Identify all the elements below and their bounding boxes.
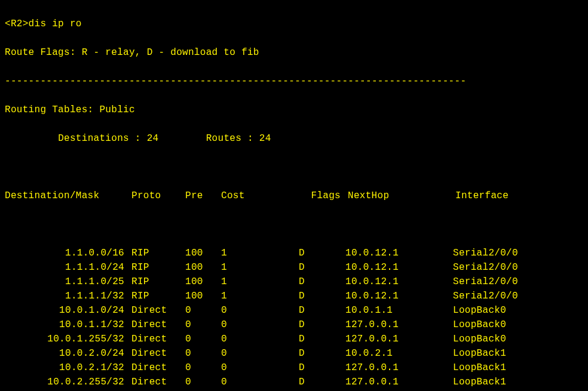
cell-pre: 100 <box>185 246 221 260</box>
cell-pre: 100 <box>185 289 221 303</box>
cell-flags: D <box>299 375 341 389</box>
cell-dest: 1.1.1.1/32 <box>5 289 131 303</box>
cell-nexthop: 127.0.0.1 <box>341 361 453 375</box>
cell-proto: Direct <box>131 332 185 346</box>
cell-cost: 1 <box>221 246 299 260</box>
cell-nexthop: 10.0.1.1 <box>341 303 453 318</box>
cell-dest: 10.0.2.0/24 <box>5 346 131 361</box>
cell-cost: 0 <box>221 318 299 332</box>
cell-proto: RIP <box>131 260 185 275</box>
cell-nexthop: 10.0.12.1 <box>341 275 453 289</box>
cell-interface: Serial2/0/0 <box>453 275 572 289</box>
header-cost: Cost <box>221 189 299 203</box>
table-row: 10.0.1.1/32Direct00D127.0.0.1LoopBack0 <box>5 318 583 332</box>
routes-count-label: Routes : <box>206 133 253 144</box>
table-row: 10.0.2.1/32Direct00D127.0.0.1LoopBack1 <box>5 361 583 375</box>
cell-cost: 1 <box>221 275 299 289</box>
cell-interface: Serial2/0/0 <box>453 246 572 260</box>
header-interface: Interface <box>455 189 575 203</box>
cell-flags: D <box>299 260 341 275</box>
header-proto: Proto <box>131 189 185 203</box>
header-nexthop: NextHop <box>343 189 455 203</box>
cell-interface: LoopBack0 <box>453 332 572 346</box>
cell-nexthop: 127.0.0.1 <box>341 332 453 346</box>
header-dest: Destination/Mask <box>5 189 131 203</box>
cell-interface: LoopBack1 <box>453 346 572 361</box>
table-row: 10.0.1.255/32Direct00D127.0.0.1LoopBack0 <box>5 332 583 346</box>
cell-nexthop: 127.0.0.1 <box>341 318 453 332</box>
separator: ----------------------------------------… <box>5 74 583 88</box>
cell-pre: 100 <box>185 275 221 289</box>
cell-pre: 0 <box>185 361 221 375</box>
cell-nexthop: 10.0.2.1 <box>341 346 453 361</box>
cell-dest: 10.0.1.0/24 <box>5 303 131 318</box>
command-line: <R2>dis ip ro <box>5 17 583 31</box>
cell-flags: D <box>299 361 341 375</box>
cell-proto: Direct <box>131 318 185 332</box>
cell-pre: 0 <box>185 303 221 318</box>
table-row: 10.0.1.0/24Direct00D10.0.1.1LoopBack0 <box>5 303 583 318</box>
cell-dest: 10.0.2.1/32 <box>5 361 131 375</box>
prompt: <R2> <box>5 19 29 29</box>
cell-interface: LoopBack1 <box>453 361 572 375</box>
table-row: 1.1.1.1/32RIP1001D10.0.12.1Serial2/0/0 <box>5 289 583 303</box>
table-row: 1.1.0.0/16RIP1001D10.0.12.1Serial2/0/0 <box>5 246 583 260</box>
table-row: 1.1.1.0/24RIP1001D10.0.12.1Serial2/0/0 <box>5 260 583 275</box>
cell-interface: LoopBack1 <box>453 375 572 389</box>
cell-interface: Serial2/0/0 <box>453 289 572 303</box>
cell-flags: D <box>299 246 341 260</box>
cell-dest: 10.0.2.255/32 <box>5 375 131 389</box>
cell-flags: D <box>299 332 341 346</box>
cell-nexthop: 10.0.12.1 <box>341 289 453 303</box>
header-flags: Flags <box>299 189 343 203</box>
cell-cost: 1 <box>221 289 299 303</box>
cell-nexthop: 10.0.12.1 <box>341 246 453 260</box>
cell-dest: 10.0.1.255/32 <box>5 332 131 346</box>
dest-count-label: Destinations : <box>58 133 141 144</box>
cell-pre: 0 <box>185 375 221 389</box>
cell-interface: LoopBack0 <box>453 318 572 332</box>
routes-body: 1.1.0.0/16RIP1001D10.0.12.1Serial2/0/01.… <box>5 246 583 391</box>
cell-flags: D <box>299 289 341 303</box>
entered-command: dis ip ro <box>29 19 82 29</box>
cell-dest: 1.1.1.0/25 <box>5 275 131 289</box>
cell-dest: 1.1.0.0/16 <box>5 246 131 260</box>
cell-proto: Direct <box>131 375 185 389</box>
cell-nexthop: 127.0.0.1 <box>341 375 453 389</box>
table-title: Routing Tables: Public <box>5 103 583 117</box>
cell-nexthop: 10.0.12.1 <box>341 260 453 275</box>
cell-proto: Direct <box>131 303 185 318</box>
cell-pre: 0 <box>185 318 221 332</box>
cell-dest: 1.1.1.0/24 <box>5 260 131 275</box>
cell-pre: 100 <box>185 260 221 275</box>
cell-pre: 0 <box>185 332 221 346</box>
cell-pre: 0 <box>185 346 221 361</box>
routes-count-value: 24 <box>259 133 271 144</box>
cell-cost: 0 <box>221 361 299 375</box>
terminal-output[interactable]: <R2>dis ip ro Route Flags: R - relay, D … <box>0 0 588 391</box>
cell-interface: Serial2/0/0 <box>453 260 572 275</box>
dest-count-value: 24 <box>147 133 159 144</box>
counts-line: Destinations : 24 Routes : 24 <box>5 131 583 146</box>
table-header-row: Destination/MaskProtoPreCostFlagsNextHop… <box>5 189 583 203</box>
cell-interface: LoopBack0 <box>453 303 572 318</box>
cell-proto: RIP <box>131 275 185 289</box>
cell-dest: 10.0.1.1/32 <box>5 318 131 332</box>
table-row: 10.0.2.255/32Direct00D127.0.0.1LoopBack1 <box>5 375 583 389</box>
cell-cost: 0 <box>221 303 299 318</box>
cell-proto: RIP <box>131 289 185 303</box>
cell-proto: RIP <box>131 246 185 260</box>
cell-flags: D <box>299 303 341 318</box>
cell-flags: D <box>299 318 341 332</box>
cell-flags: D <box>299 346 341 361</box>
blank-line <box>5 217 583 232</box>
cell-cost: 0 <box>221 375 299 389</box>
cell-cost: 0 <box>221 332 299 346</box>
flags-legend: Route Flags: R - relay, D - download to … <box>5 45 583 60</box>
cell-cost: 1 <box>221 260 299 275</box>
table-row: 1.1.1.0/25RIP1001D10.0.12.1Serial2/0/0 <box>5 275 583 289</box>
cell-proto: Direct <box>131 346 185 361</box>
header-pre: Pre <box>185 189 221 203</box>
table-row: 10.0.2.0/24Direct00D10.0.2.1LoopBack1 <box>5 346 583 361</box>
cell-cost: 0 <box>221 346 299 361</box>
